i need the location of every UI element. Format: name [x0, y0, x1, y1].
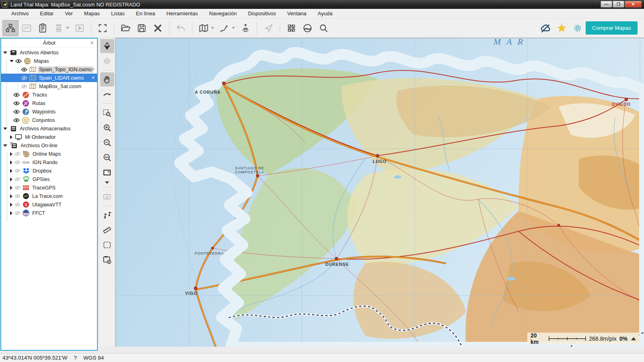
visibility-eye-off-icon[interactable]: [14, 185, 21, 190]
expander-right-icon[interactable]: [10, 169, 12, 173]
measure-button[interactable]: [100, 223, 114, 237]
zoom-more-caret[interactable]: [105, 181, 109, 184]
menu-ver[interactable]: Ver: [59, 9, 78, 18]
tree-item-spain-topo[interactable]: Spain_Topo_IGN.cwms ✕: [1, 65, 97, 74]
close-button[interactable]: ✕: [625, 1, 642, 8]
search-button[interactable]: [316, 20, 332, 36]
select-tool-button[interactable]: [100, 39, 114, 53]
select-area-button[interactable]: [100, 238, 114, 252]
expander-right-icon[interactable]: [10, 135, 12, 139]
expander-right-icon[interactable]: [10, 194, 12, 198]
fit-map-button[interactable]: [100, 165, 114, 179]
fullscreen-button[interactable]: [95, 20, 111, 36]
minimize-button[interactable]: —: [601, 1, 612, 8]
new-track-button[interactable]: [217, 20, 233, 36]
menu-ventana[interactable]: Ventana: [282, 9, 312, 18]
tree-item-latrace[interactable]: La Trace.com: [1, 192, 97, 200]
gps-position-button[interactable]: [100, 54, 114, 68]
close-map-icon[interactable]: ✕: [91, 67, 95, 72]
graph-panel-button[interactable]: [19, 20, 35, 36]
play-window-button[interactable]: [72, 20, 88, 36]
tree-item-archivos-abiertos[interactable]: Archivos Abiertos: [1, 48, 97, 57]
pan-tool-button[interactable]: [100, 72, 114, 86]
menu-editar[interactable]: Editar: [34, 9, 59, 18]
waypoint-beacon-button[interactable]: [237, 20, 254, 36]
favorites-button[interactable]: [553, 20, 570, 36]
tree-item-tracegps[interactable]: TraceGPS: [1, 183, 97, 192]
tree-item-dropbox[interactable]: Dropbox: [1, 167, 97, 175]
undo-button[interactable]: [173, 20, 189, 36]
visibility-eye-off-icon[interactable]: [14, 177, 21, 181]
tree-item-waypoints[interactable]: Waypoints: [1, 107, 97, 116]
tree-item-ign-rando[interactable]: IGN IGN Rando: [1, 158, 97, 167]
visibility-eye-off-icon[interactable]: [14, 202, 21, 207]
expander-down-icon[interactable]: [3, 144, 7, 147]
visibility-eye-off-icon[interactable]: [21, 84, 27, 89]
tree-panel-button[interactable]: [2, 20, 19, 36]
menu-archivo[interactable]: Archivo: [6, 9, 34, 18]
tree-item-archivos-online[interactable]: Archivos On-line: [1, 141, 97, 150]
clipboard-button[interactable]: [35, 20, 51, 36]
open-file-button[interactable]: [118, 20, 134, 36]
save-button[interactable]: [134, 20, 150, 36]
menu-mapas[interactable]: Mapas: [78, 9, 105, 18]
expander-down-icon[interactable]: [3, 128, 7, 130]
settings-button[interactable]: [570, 20, 586, 36]
zoom-window-button[interactable]: [100, 106, 114, 120]
cloud-offline-button[interactable]: [537, 20, 553, 36]
menu-ayuda[interactable]: Ayuda: [312, 9, 338, 18]
tree-item-mapbox-sat[interactable]: MapBox_Sat.cosm: [1, 82, 97, 90]
rotate-map-button[interactable]: [100, 87, 114, 101]
view-3d-button[interactable]: 3D: [100, 189, 114, 204]
menu-listas[interactable]: Listas: [105, 9, 130, 18]
scale-collapse-icon[interactable]: [631, 337, 636, 340]
expander-right-icon[interactable]: [10, 211, 12, 215]
visibility-eye-icon[interactable]: [15, 59, 22, 64]
tree-item-gpsies[interactable]: GPSies: [1, 175, 97, 183]
tree-item-tracks[interactable]: Tracks: [1, 90, 97, 99]
tree-panel-close-icon[interactable]: ✕: [90, 40, 94, 46]
tree-item-online-maps[interactable]: Online Maps: [1, 150, 97, 158]
expander-right-icon[interactable]: [10, 160, 12, 165]
expander-right-icon[interactable]: [10, 152, 12, 156]
menu-dispositivos[interactable]: Dispositivos: [242, 9, 281, 18]
tile-maps-button[interactable]: [283, 20, 299, 36]
tree-item-utagawavtt[interactable]: UtagawaVTT: [1, 200, 97, 209]
tree-item-rutas[interactable]: Rutas: [1, 99, 97, 107]
tree-item-conjuntos[interactable]: Conjuntos: [1, 116, 97, 124]
expander-right-icon[interactable]: [10, 186, 12, 190]
expander-right-icon[interactable]: [10, 203, 12, 207]
visibility-eye-icon[interactable]: [13, 101, 20, 106]
buy-maps-button[interactable]: Comprar Mapas: [586, 21, 638, 35]
visibility-eye-off-icon[interactable]: [14, 160, 21, 165]
visibility-eye-icon[interactable]: [13, 109, 20, 114]
open-map-button[interactable]: [196, 20, 212, 36]
tree-item-mapas[interactable]: Mapas: [1, 57, 97, 65]
visibility-eye-off-icon[interactable]: [21, 76, 27, 80]
zoom-in-button[interactable]: [100, 121, 114, 135]
visibility-eye-off-icon[interactable]: [14, 194, 21, 198]
navigate-button[interactable]: [260, 20, 277, 36]
expander-down-icon[interactable]: [3, 51, 7, 54]
list-view-button[interactable]: [51, 20, 67, 36]
visibility-eye-icon[interactable]: [13, 118, 20, 123]
zoom-100-button[interactable]: 100: [100, 150, 114, 165]
menu-navegacion[interactable]: Navegación: [204, 9, 243, 18]
close-map-icon[interactable]: ✕: [91, 75, 95, 80]
tree-item-ffct[interactable]: FFCT: [1, 209, 97, 217]
visibility-eye-icon[interactable]: [21, 67, 27, 72]
tree-item-archivos-almacenados[interactable]: Archivos Almacenados: [1, 124, 97, 133]
zoom-out-button[interactable]: [100, 136, 114, 150]
earth-view-button[interactable]: [299, 20, 316, 36]
new-map-view-button[interactable]: [100, 253, 114, 267]
visibility-eye-off-icon[interactable]: [14, 152, 21, 156]
expander-down-icon[interactable]: [10, 60, 14, 62]
map-viewport[interactable]: MAR A CORUÑA SANTIAGO DE COMPOSTELA LUGO…: [116, 38, 644, 347]
visibility-eye-off-icon[interactable]: [14, 169, 21, 173]
visibility-eye-off-icon[interactable]: [14, 211, 21, 215]
visibility-eye-icon[interactable]: [13, 93, 20, 97]
menu-en-linea[interactable]: En línea: [130, 9, 161, 18]
create-waypoints-button[interactable]: [100, 208, 114, 222]
restore-button[interactable]: ❐: [613, 1, 624, 8]
expander-right-icon[interactable]: [10, 177, 12, 181]
